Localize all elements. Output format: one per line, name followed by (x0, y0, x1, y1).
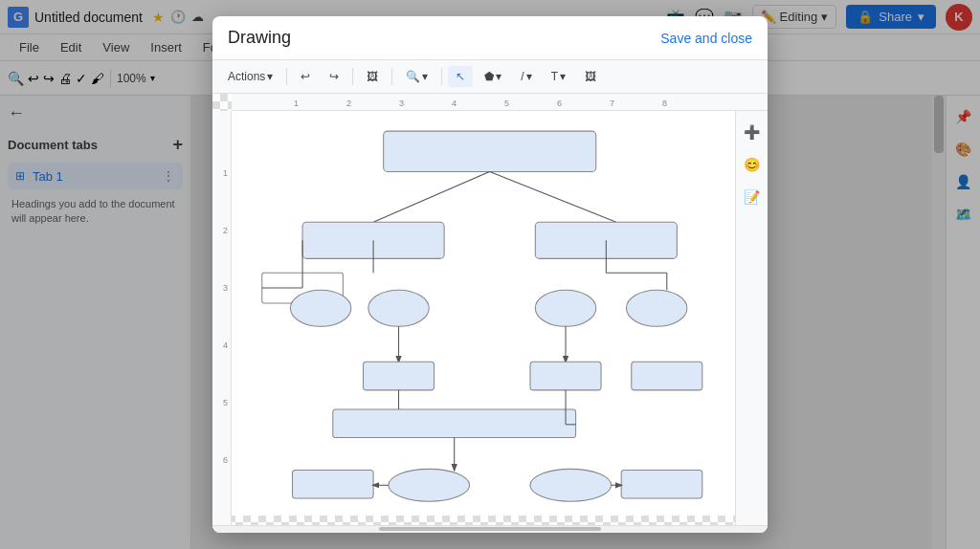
shape-ellipse-lm[interactable] (368, 290, 429, 326)
actions-label: Actions (228, 70, 265, 83)
drawing-image-btn[interactable]: 🖼 (359, 66, 386, 87)
shape-far-right[interactable] (632, 362, 702, 390)
shape-ellipse-ll[interactable] (290, 290, 350, 326)
text-chevron-icon: ▾ (560, 70, 566, 83)
line-root-left (373, 171, 490, 222)
dtb-sep-1 (286, 68, 287, 85)
shape-center-left[interactable] (364, 362, 434, 390)
line-tool-btn[interactable]: / ▾ (513, 66, 539, 87)
shape-root[interactable] (384, 131, 596, 171)
drawing-zoom-btn[interactable]: 🔍 ▾ (398, 66, 435, 87)
shape-center-right[interactable] (530, 362, 601, 390)
ruler-v-2: 2 (223, 226, 228, 235)
shape-chevron-icon: ▾ (496, 70, 501, 83)
dtb-sep-2 (352, 68, 353, 85)
actions-chevron-icon: ▾ (267, 70, 273, 83)
actions-menu-button[interactable]: Actions ▾ (220, 66, 280, 87)
shape-bottom-left[interactable] (293, 470, 374, 498)
drawing-canvas[interactable]: 1 2 3 4 5 6 7 8 1 2 3 4 5 6 (212, 94, 768, 525)
dialog-overlay: Drawing Save and close Actions ▾ ↩ ↪ 🖼 🔍… (0, 0, 980, 549)
text-tool-btn[interactable]: T ▾ (544, 66, 573, 87)
shape-bottom-far-right[interactable] (621, 470, 702, 498)
line-chevron-icon: ▾ (526, 70, 532, 83)
shape-ellipse-rm[interactable] (535, 290, 595, 326)
ruler-h-5: 5 (504, 99, 509, 108)
vertical-ruler: 1 2 3 4 5 6 (212, 111, 232, 525)
ruler-h-6: 6 (557, 99, 562, 108)
ruler-h-1: 1 (294, 99, 299, 108)
ruler-h-3: 3 (399, 99, 404, 108)
ruler-h-7: 7 (610, 99, 614, 108)
select-tool-btn[interactable]: ↖ (448, 66, 473, 87)
ruler-v-6: 6 (223, 455, 228, 465)
dtb-sep-3 (391, 68, 392, 85)
drawing-redo-btn[interactable]: ↪ (322, 66, 346, 87)
ruler-v-3: 3 (223, 283, 228, 293)
drawing-undo-btn[interactable]: ↩ (293, 66, 318, 87)
shape-icon: ⬟ (484, 70, 494, 83)
line-icon: / (521, 70, 523, 83)
canvas-add-icon[interactable]: ➕ (739, 119, 766, 145)
ruler-h-8: 8 (662, 99, 667, 108)
horizontal-ruler: 1 2 3 4 5 6 7 8 (232, 94, 768, 111)
cursor-icon: ↖ (456, 70, 465, 83)
ruler-v-5: 5 (223, 398, 228, 407)
image-insert-btn[interactable]: 🖼 (577, 66, 604, 87)
drawing-dialog: Drawing Save and close Actions ▾ ↩ ↪ 🖼 🔍… (212, 16, 768, 533)
dialog-title: Drawing (228, 28, 291, 48)
dtb-sep-4 (441, 68, 442, 85)
ruler-h-4: 4 (452, 99, 457, 108)
zoom-icon: 🔍 (406, 70, 420, 83)
shape-bottom-center-ellipse[interactable] (389, 469, 470, 501)
line-root-right (490, 171, 616, 222)
save-close-button[interactable]: Save and close (660, 31, 752, 46)
shape-bottom-right-ellipse[interactable] (530, 469, 612, 501)
flowchart-area (232, 111, 758, 516)
canvas-right-panel: ➕ 😊 📝 (735, 111, 768, 525)
text-icon: T (551, 70, 558, 83)
zoom-chevron-icon: ▾ (422, 70, 428, 83)
canvas-emoji-icon[interactable]: 😊 (739, 151, 766, 178)
flowchart-svg (232, 111, 758, 516)
image-icon: 🖼 (585, 70, 596, 83)
dialog-scrollbar-thumb[interactable] (379, 527, 601, 531)
ruler-h-2: 2 (346, 99, 351, 108)
canvas-note-icon[interactable]: 📝 (739, 184, 766, 210)
ruler-v-4: 4 (223, 340, 228, 350)
shape-tool-btn[interactable]: ⬟ ▾ (477, 66, 509, 87)
shape-bottom-wide[interactable] (333, 409, 576, 438)
dialog-horizontal-scrollbar[interactable] (212, 525, 768, 533)
dialog-header: Drawing Save and close (212, 16, 768, 60)
shape-ellipse-rr[interactable] (626, 290, 686, 326)
drawing-toolbar: Actions ▾ ↩ ↪ 🖼 🔍 ▾ ↖ ⬟ ▾ / ▾ (212, 60, 768, 94)
ruler-v-1: 1 (223, 168, 228, 178)
